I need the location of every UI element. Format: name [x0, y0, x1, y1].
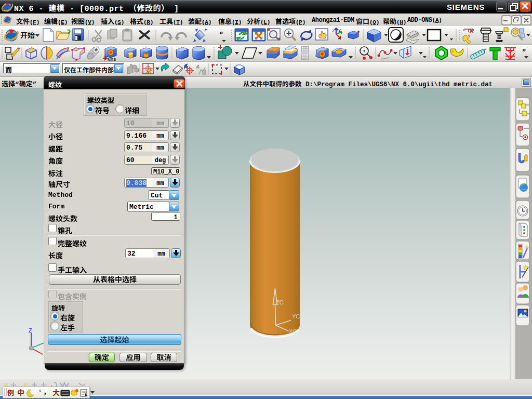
svg-text:ZC: ZC: [276, 299, 284, 305]
svg-text:YC: YC: [292, 313, 300, 320]
svg-text:开始: 开始: [20, 30, 35, 40]
svg-text:Y: Y: [338, 28, 341, 33]
svg-text:大: 大: [52, 388, 60, 397]
svg-text:例: 例: [7, 388, 14, 397]
svg-text:XC: XC: [289, 328, 297, 335]
svg-text:Z: Z: [29, 327, 32, 334]
svg-text:°: °: [39, 389, 42, 396]
svg-text:»: »: [219, 29, 223, 36]
svg-text:Z: Z: [332, 29, 335, 33]
svg-text:NXS: NXS: [108, 57, 116, 61]
svg-text:中: 中: [17, 388, 24, 397]
svg-text:»: »: [522, 46, 526, 54]
svg-text:，: ，: [43, 388, 50, 396]
svg-text:X: X: [338, 36, 341, 41]
